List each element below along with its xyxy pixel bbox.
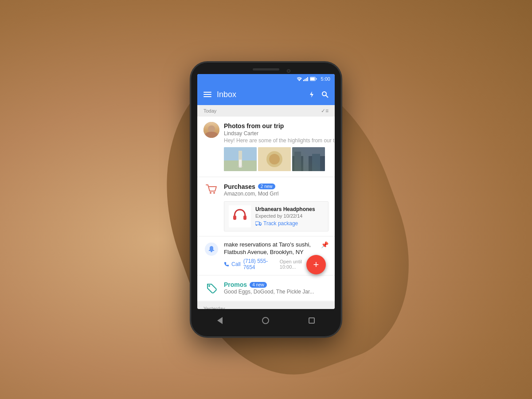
promos-badge: 4 new [250, 282, 267, 288]
search-icon[interactable] [321, 91, 329, 98]
wifi-icon [297, 77, 302, 81]
svg-rect-6 [310, 78, 315, 80]
email-card-photos[interactable]: Photos from our trip Lindsay Carter Hey!… [197, 117, 335, 176]
email-list: Today ✓≡ Photos from our trip Lindsay Ca… [197, 105, 335, 309]
email-header: Photos from our trip Lindsay Carter Hey!… [203, 122, 329, 144]
svg-rect-1 [303, 80, 304, 81]
phone-screen: 5:00 Inbox [197, 74, 335, 309]
svg-marker-8 [310, 91, 313, 98]
menu-icon[interactable] [203, 92, 211, 97]
app-title: Inbox [217, 90, 303, 99]
back-button[interactable] [217, 317, 223, 324]
promo-header: Promos 4 new Good Eggs, DoGood, The Pick… [203, 280, 329, 296]
purchases-subtitle: Amazon.com, Mod Grrl [224, 191, 278, 197]
truck-icon [255, 221, 262, 226]
svg-rect-25 [233, 215, 236, 220]
svg-rect-21 [303, 149, 309, 171]
photo-thumbnails [224, 147, 329, 171]
purchases-badge: 2 new [258, 184, 275, 189]
tag-icon [205, 282, 218, 294]
signal-icon [303, 77, 309, 81]
svg-rect-20 [294, 152, 301, 171]
task-icon [203, 241, 219, 257]
headphones-icon [230, 207, 250, 226]
promo-tag-icon [203, 280, 219, 296]
bolt-icon[interactable] [308, 91, 315, 98]
purchases-icon [203, 182, 219, 198]
yesterday-label: Yesterday [203, 306, 225, 309]
email-preview: Hey! Here are some of the highlights fro… [224, 137, 335, 144]
cart-icon [205, 184, 218, 196]
status-time: 5:00 [321, 76, 330, 82]
svg-point-24 [213, 192, 215, 194]
bundle-title-row: Purchases 2 new [224, 183, 278, 190]
svg-rect-13 [239, 151, 242, 166]
photo-thumb-3[interactable] [292, 147, 325, 171]
task-action-row: Call (718) 555-7654 Open until 10:00... [224, 258, 317, 270]
svg-rect-7 [316, 78, 317, 80]
app-bar: Inbox [197, 84, 335, 105]
package-image [229, 205, 251, 227]
svg-rect-18 [292, 147, 325, 171]
bundle-info: Purchases 2 new Amazon.com, Mod Grrl [224, 183, 278, 197]
check-all-icon[interactable]: ✓≡ [321, 108, 329, 114]
svg-rect-14 [238, 166, 243, 167]
email-sender: Lindsay Carter [224, 130, 335, 137]
package-details: Urbanears Headphones Expected by 10/22/1… [255, 206, 324, 227]
photo-thumb-2[interactable] [258, 147, 291, 171]
email-subject: Photos from our trip [224, 122, 335, 130]
svg-rect-22 [312, 154, 320, 171]
yesterday-section-header: Yesterday [197, 301, 335, 309]
svg-rect-27 [255, 222, 259, 225]
svg-line-10 [326, 95, 328, 98]
svg-point-17 [269, 154, 280, 164]
task-phone-number: (718) 555-7654 [243, 258, 277, 270]
fab-label: + [313, 259, 319, 270]
phone-camera [287, 69, 290, 73]
avatar [203, 122, 219, 138]
navigation-bar [197, 311, 335, 330]
status-bar: 5:00 [197, 74, 335, 84]
svg-rect-3 [306, 78, 307, 81]
purchases-title: Purchases [224, 183, 255, 190]
package-card[interactable]: Urbanears Headphones Expected by 10/22/1… [224, 201, 329, 231]
package-eta: Expected by 10/22/14 [255, 213, 324, 219]
compose-fab[interactable]: + [306, 255, 326, 274]
track-package-label: Track package [263, 220, 298, 227]
photo-thumb-1[interactable] [224, 147, 257, 171]
promos-bundle-card[interactable]: Promos 4 new Good Eggs, DoGood, The Pick… [197, 276, 335, 301]
today-section-header: Today ✓≡ [197, 105, 335, 117]
hand-icon [205, 243, 218, 256]
svg-point-9 [322, 92, 326, 96]
task-title: make reservations at Taro's sushi, Flatb… [224, 241, 317, 256]
track-package-button[interactable]: Track package [255, 220, 324, 227]
task-content: make reservations at Taro's sushi, Flatb… [224, 241, 317, 270]
recents-button[interactable] [309, 317, 315, 324]
today-label: Today [203, 108, 216, 113]
svg-rect-2 [305, 79, 305, 81]
home-button[interactable] [262, 317, 269, 324]
svg-rect-19 [292, 156, 325, 171]
pin-icon: 📌 [321, 241, 329, 248]
svg-rect-12 [224, 160, 257, 171]
promos-subtitle: Good Eggs, DoGood, The Pickle Jar... [224, 289, 314, 295]
bundle-header: Purchases 2 new Amazon.com, Mod Grrl [203, 182, 329, 198]
phone-speaker [253, 68, 279, 70]
svg-point-0 [299, 80, 300, 81]
promo-title-row: Promos 4 new [224, 281, 314, 288]
phone-icon [224, 262, 229, 267]
app-bar-icons [308, 91, 329, 98]
status-icons [297, 77, 317, 81]
email-info: Photos from our trip Lindsay Carter Hey!… [224, 122, 335, 144]
svg-rect-4 [307, 77, 308, 81]
package-name: Urbanears Headphones [255, 206, 324, 212]
purchases-bundle-card[interactable]: Purchases 2 new Amazon.com, Mod Grrl [197, 177, 335, 236]
svg-point-30 [208, 285, 210, 287]
battery-icon [310, 77, 317, 81]
reminder-icon [207, 245, 215, 253]
phone-device: 5:00 Inbox [191, 62, 341, 337]
task-call-label[interactable]: Call [231, 261, 241, 267]
svg-point-23 [210, 192, 211, 194]
svg-rect-26 [243, 215, 246, 220]
promo-info: Promos 4 new Good Eggs, DoGood, The Pick… [224, 281, 314, 295]
